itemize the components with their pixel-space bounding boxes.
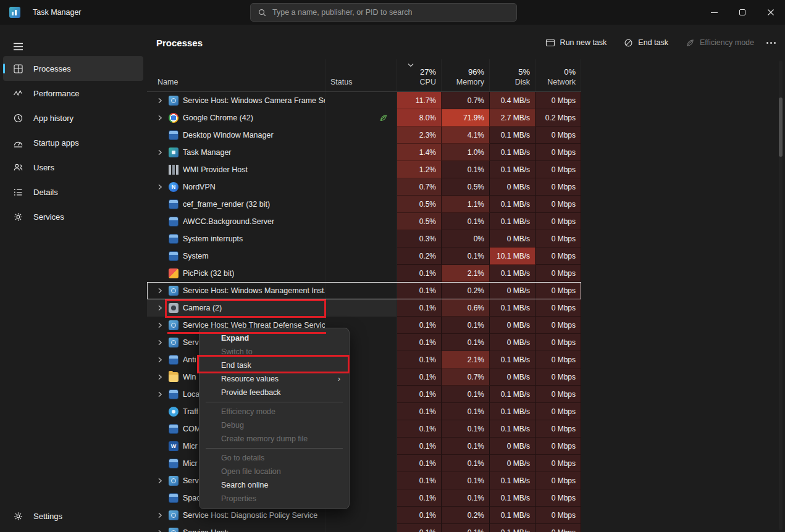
window-icon [169,389,178,399]
network-cell: 0 Mbps [535,178,581,196]
cpu-cell: 0.1% [397,386,442,403]
cpu-cell: 0.5% [397,213,442,230]
network-cell: 0 Mbps [535,247,581,265]
network-cell: 0 Mbps [535,524,581,532]
menu-item-expand[interactable]: Expand [199,331,349,345]
column-header-status[interactable]: Status [325,59,397,91]
network-cell: 0 Mbps [535,455,581,472]
sidebar-item-startup-apps[interactable]: Startup apps [3,130,143,155]
network-cell: 0 Mbps [535,489,581,507]
expand-chevron-icon[interactable] [157,478,164,484]
process-row[interactable]: Service Host: ...0.1%0.1%0.1 MB/s0 Mbps [147,524,581,532]
status-cell [325,144,397,161]
process-row[interactable]: Task Manager1.4%1.0%0.1 MB/s0 Mbps [147,144,581,161]
menu-item-search-online[interactable]: Search online [199,478,349,492]
table-header: Name Status 27% CPU 96% Memory 5% Disk [147,59,581,92]
column-header-network[interactable]: 0% Network [535,59,581,91]
menu-item-resource-values[interactable]: Resource values› [199,372,349,386]
status-cell [325,265,397,282]
menu-item-go-to-details: Go to details [199,451,349,465]
expand-chevron-icon[interactable] [157,374,164,380]
process-row[interactable]: Google Chrome (42)8.0%71.9%2.7 MB/s0.2 M… [147,109,581,127]
expand-chevron-icon[interactable] [157,115,164,121]
expand-chevron-icon[interactable] [157,530,164,532]
process-name: PicPick (32 bit) [183,269,234,278]
more-options-button[interactable] [765,38,778,48]
process-row[interactable]: PicPick (32 bit)0.1%2.1%0.1 MB/s0 Mbps [147,265,581,282]
search-input[interactable] [272,8,510,17]
service-host-icon [169,286,178,296]
memory-cell: 0.2% [442,282,490,299]
process-row[interactable]: System interrupts0.3%0%0 MB/s0 Mbps [147,230,581,247]
column-header-memory[interactable]: 96% Memory [442,59,490,91]
process-row[interactable]: Service Host: Diagnostic Policy Service0… [147,507,581,524]
status-cell [325,282,397,299]
expand-chevron-icon[interactable] [157,391,164,397]
sidebar-item-label: Services [33,212,64,222]
process-row[interactable]: Service Host: Windows Camera Frame Se...… [147,92,581,109]
process-row[interactable]: Service Host: Windows Management Inst...… [147,282,581,299]
column-header-cpu[interactable]: 27% CPU [397,59,442,91]
expand-chevron-icon[interactable] [157,512,164,518]
cpu-cell: 0.1% [397,282,442,299]
process-row[interactable]: NordVPN0.7%0.5%0 MB/s0 Mbps [147,178,581,196]
network-cell: 0 Mbps [535,334,581,351]
expand-chevron-icon[interactable] [157,98,164,104]
menu-item-label: Create memory dump file [221,434,308,443]
cpu-cell: 0.7% [397,178,442,196]
column-header-name[interactable]: Name [147,59,325,91]
close-button[interactable] [757,0,785,25]
process-row[interactable]: WMI Provider Host1.2%0.1%0.1 MB/s0 Mbps [147,161,581,178]
status-cell [325,299,397,317]
search-box[interactable] [250,3,517,22]
menu-item-label: Search online [221,481,268,489]
sidebar-item-processes[interactable]: Processes [3,56,143,81]
memory-cell: 0.1% [442,161,490,178]
sidebar-item-users[interactable]: Users [3,155,143,180]
process-row[interactable]: Desktop Window Manager2.3%4.1%0.1 MB/s0 … [147,127,581,144]
menu-item-provide-feedback[interactable]: Provide feedback [199,386,349,399]
sidebar-item-settings[interactable]: Settings [3,504,143,528]
expand-chevron-icon[interactable] [157,288,164,294]
expand-chevron-icon[interactable] [157,339,164,346]
search-icon [258,8,267,17]
disk-cell: 0 MB/s [490,368,535,386]
memory-cell: 0.1% [442,213,490,230]
expand-chevron-icon[interactable] [157,149,164,156]
menu-item-end-task[interactable]: End task [199,359,349,372]
expand-chevron-icon[interactable] [157,357,164,363]
expand-chevron-icon[interactable] [157,322,164,328]
titlebar: Task Manager [0,0,785,25]
expand-chevron-icon[interactable] [157,184,164,190]
menu-item-switch-to: Switch to [199,345,349,359]
process-row[interactable]: System0.2%0.1%10.1 MB/s0 Mbps [147,247,581,265]
process-row[interactable]: AWCC.Background.Server0.5%0.1%0.1 MB/s0 … [147,213,581,230]
network-cell: 0 Mbps [535,265,581,282]
menu-toggle-button[interactable] [6,35,30,57]
process-name: Camera (2) [183,304,222,312]
sidebar-item-services[interactable]: Services [3,204,143,229]
minimize-button[interactable] [700,0,728,25]
scrollbar-thumb[interactable] [779,98,783,157]
service-host-icon [169,338,178,347]
process-row[interactable]: cef_frame_render (32 bit)0.5%1.1%0.1 MB/… [147,196,581,213]
taskmgr-icon [169,148,178,157]
status-cell [325,178,397,196]
network-cell: 0 Mbps [535,351,581,368]
run-new-task-button[interactable]: Run new task [539,33,614,52]
process-name-cell: Service Host: Windows Camera Frame Se... [147,92,325,109]
word-icon [169,441,178,451]
memory-cell: 0.7% [442,92,490,109]
expand-chevron-icon[interactable] [157,305,164,311]
maximize-button[interactable] [728,0,757,25]
process-row[interactable]: Camera (2)0.1%0.6%0.1 MB/s0 Mbps [147,299,581,317]
sidebar-item-performance[interactable]: Performance [3,81,143,106]
run-new-task-icon [545,38,555,48]
process-name: Win [183,373,196,381]
column-header-disk[interactable]: 5% Disk [490,59,535,91]
memory-cell: 0.1% [442,472,490,489]
sidebar-item-details[interactable]: Details [3,180,143,204]
sidebar-item-app-history[interactable]: App history [3,106,143,130]
process-name: Loca [183,390,199,399]
end-task-button[interactable]: End task [617,34,675,52]
